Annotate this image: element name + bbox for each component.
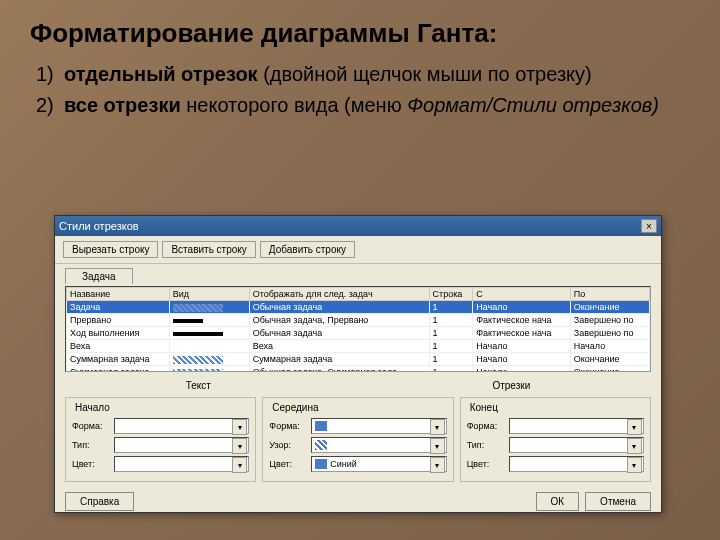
shape-fieldsets: Начало Форма: Тип: Цвет: Середина Форма:… bbox=[65, 397, 651, 482]
cell: Суммарная задача bbox=[67, 353, 170, 366]
table-row[interactable]: Суммарная задачаОбычная задача, Суммарна… bbox=[67, 366, 650, 373]
tab-text[interactable]: Текст bbox=[166, 378, 231, 393]
bar-preview bbox=[169, 353, 249, 366]
cell: Суммарная задача bbox=[249, 353, 429, 366]
label-type: Тип: bbox=[467, 440, 505, 450]
bar-preview bbox=[169, 340, 249, 353]
col-appearance[interactable]: Вид bbox=[169, 288, 249, 301]
insert-row-button[interactable]: Добавить строку bbox=[260, 241, 355, 258]
bold-text: все отрезки bbox=[64, 94, 181, 116]
cell: 1 bbox=[429, 314, 473, 327]
cell: Окончание bbox=[570, 301, 649, 314]
middle-shape-select[interactable] bbox=[311, 418, 446, 434]
col-from[interactable]: С bbox=[473, 288, 571, 301]
toolbar: Вырезать строку Вставить строку Добавить… bbox=[55, 236, 661, 264]
cell: Начало bbox=[473, 301, 571, 314]
cell: 1 bbox=[429, 353, 473, 366]
cell: Завершено по bbox=[570, 314, 649, 327]
fieldset-end: Конец Форма: Тип: Цвет: bbox=[460, 397, 651, 482]
col-to[interactable]: По bbox=[570, 288, 649, 301]
ok-button[interactable]: ОК bbox=[536, 492, 580, 511]
cell: Обычная задача bbox=[249, 301, 429, 314]
start-shape-select[interactable] bbox=[114, 418, 249, 434]
cell: Ход выполнения bbox=[67, 327, 170, 340]
label-shape: Форма: bbox=[72, 421, 110, 431]
label-color: Цвет: bbox=[269, 459, 307, 469]
col-row[interactable]: Строка bbox=[429, 288, 473, 301]
button-row: Справка ОК Отмена bbox=[55, 486, 661, 517]
list-num: 2) bbox=[36, 92, 64, 119]
titlebar[interactable]: Стили отрезков × bbox=[55, 216, 661, 236]
cell: Начало bbox=[473, 353, 571, 366]
fieldset-start: Начало Форма: Тип: Цвет: bbox=[65, 397, 256, 482]
tab-bars[interactable]: Отрезки bbox=[472, 378, 550, 393]
slide-list: 1) отдельный отрезок (двойной щелчок мыш… bbox=[36, 61, 690, 119]
start-type-select[interactable] bbox=[114, 437, 249, 453]
cell: Начало bbox=[473, 340, 571, 353]
list-item: 1) отдельный отрезок (двойной щелчок мыш… bbox=[36, 61, 690, 88]
help-button[interactable]: Справка bbox=[65, 492, 134, 511]
cell: Начало bbox=[473, 366, 571, 373]
cancel-button[interactable]: Отмена bbox=[585, 492, 651, 511]
col-name[interactable]: Название bbox=[67, 288, 170, 301]
cell: Суммарная задача bbox=[67, 366, 170, 373]
end-shape-select[interactable] bbox=[509, 418, 644, 434]
grid-header: Название Вид Отображать для след. задач … bbox=[67, 288, 650, 301]
pattern-swatch-icon bbox=[315, 440, 327, 450]
color-swatch-icon bbox=[315, 459, 327, 469]
cell: Обычная задача, Прервано bbox=[249, 314, 429, 327]
cell: Фактическое нача bbox=[473, 327, 571, 340]
cell: Фактическое нача bbox=[473, 314, 571, 327]
fieldset-title: Начало bbox=[72, 402, 113, 413]
cell: 1 bbox=[429, 301, 473, 314]
table-row[interactable]: Ход выполненияОбычная задача1Фактическое… bbox=[67, 327, 650, 340]
color-swatch-icon bbox=[315, 421, 327, 431]
list-text: отдельный отрезок (двойной щелчок мыши п… bbox=[64, 61, 592, 88]
table-row[interactable]: ПрерваноОбычная задача, Прервано1Фактиче… bbox=[67, 314, 650, 327]
cell: 1 bbox=[429, 340, 473, 353]
bar-styles-dialog: Стили отрезков × Вырезать строку Вставит… bbox=[54, 215, 662, 513]
cell: Окончание bbox=[570, 366, 649, 373]
sub-tabs: Текст Отрезки bbox=[65, 378, 651, 393]
cell: Прервано bbox=[67, 314, 170, 327]
bold-text: отдельный отрезок bbox=[64, 63, 258, 85]
list-text: все отрезки некоторого вида (меню Формат… bbox=[64, 92, 659, 119]
label-color: Цвет: bbox=[467, 459, 505, 469]
bar-preview bbox=[169, 327, 249, 340]
color-value: Синий bbox=[330, 459, 357, 469]
end-color-select[interactable] bbox=[509, 456, 644, 472]
styles-grid[interactable]: Название Вид Отображать для след. задач … bbox=[65, 286, 651, 372]
close-button[interactable]: × bbox=[641, 219, 657, 233]
bar-preview bbox=[169, 314, 249, 327]
paste-row-button[interactable]: Вставить строку bbox=[162, 241, 255, 258]
col-show[interactable]: Отображать для след. задач bbox=[249, 288, 429, 301]
label-pattern: Узор: bbox=[269, 440, 307, 450]
label-shape: Форма: bbox=[467, 421, 505, 431]
table-row[interactable]: ЗадачаОбычная задача1НачалоОкончание bbox=[67, 301, 650, 314]
middle-color-select[interactable]: Синий bbox=[311, 456, 446, 472]
start-color-select[interactable] bbox=[114, 456, 249, 472]
table-row[interactable]: ВехаВеха1НачалоНачало bbox=[67, 340, 650, 353]
slide-title: Форматирование диаграммы Ганта: bbox=[30, 18, 690, 49]
label-color: Цвет: bbox=[72, 459, 110, 469]
tab-task[interactable]: Задача bbox=[65, 268, 133, 284]
bar-preview bbox=[169, 301, 249, 314]
label-type: Тип: bbox=[72, 440, 110, 450]
end-type-select[interactable] bbox=[509, 437, 644, 453]
fieldset-title: Середина bbox=[269, 402, 321, 413]
tab-row: Задача bbox=[55, 264, 661, 284]
table-row[interactable]: Суммарная задачаСуммарная задача1НачалоО… bbox=[67, 353, 650, 366]
cell: Начало bbox=[570, 340, 649, 353]
bar-preview bbox=[169, 366, 249, 373]
rest-text: (двойной щелчок мыши по отрезку) bbox=[258, 63, 592, 85]
middle-pattern-select[interactable] bbox=[311, 437, 446, 453]
cell: Обычная задача, Суммарная зада bbox=[249, 366, 429, 373]
cell: Веха bbox=[249, 340, 429, 353]
cell: Завершено по bbox=[570, 327, 649, 340]
cell: Веха bbox=[67, 340, 170, 353]
cut-row-button[interactable]: Вырезать строку bbox=[63, 241, 158, 258]
cell: Обычная задача bbox=[249, 327, 429, 340]
fieldset-title: Конец bbox=[467, 402, 501, 413]
list-item: 2) все отрезки некоторого вида (меню Фор… bbox=[36, 92, 690, 119]
dialog-title: Стили отрезков bbox=[59, 220, 641, 232]
